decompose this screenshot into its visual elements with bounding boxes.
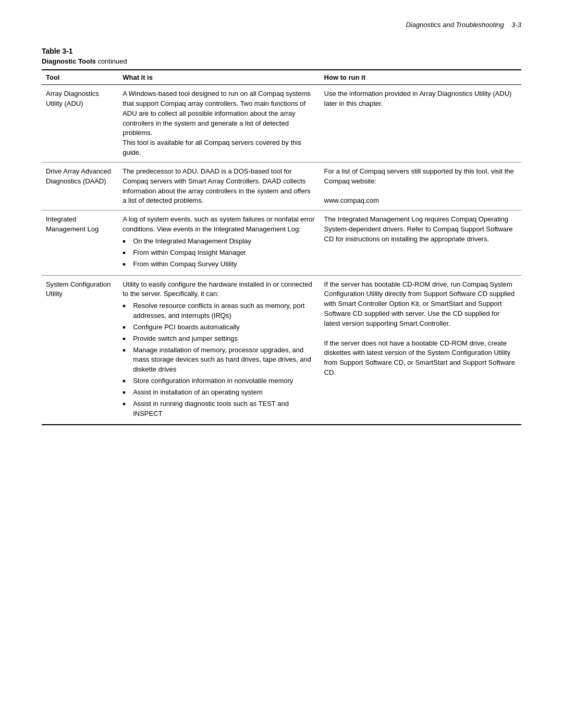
- table-header-row: Tool What it is How to run it: [42, 70, 521, 85]
- header-text: Diagnostics and Troubleshooting: [406, 21, 504, 29]
- table-row: System Configuration UtilityUtility to e…: [42, 275, 521, 425]
- cell-how: For a list of Compaq servers still suppo…: [320, 162, 521, 210]
- what-para: A Windows-based tool designed to run on …: [123, 90, 311, 137]
- cell-how: The Integrated Management Log requires C…: [320, 211, 521, 275]
- cell-what: Utility to easily configure the hardware…: [118, 275, 320, 425]
- cell-what: A Windows-based tool designed to run on …: [118, 85, 320, 163]
- col-header-tool: Tool: [42, 70, 118, 85]
- how-para: Use the information provided in Array Di…: [324, 90, 512, 107]
- table-row: Drive Array Advanced Diagnostics (DAAD)T…: [42, 162, 521, 210]
- bullet-item: Provide switch and jumper settings: [123, 334, 315, 344]
- what-para: The predecessor to ADU, DAAD is a DOS-ba…: [123, 167, 310, 205]
- bullet-item: Assist in installation of an operating s…: [123, 388, 315, 398]
- table-row: Integrated Management LogA log of system…: [42, 211, 521, 275]
- what-para: Utility to easily configure the hardware…: [123, 280, 312, 298]
- how-para: If the server has bootable CD-ROM drive,…: [324, 280, 515, 327]
- how-para: www.compaq.com: [324, 196, 379, 204]
- tool-name: Integrated Management Log: [46, 215, 99, 233]
- bullet-item: From within Compaq Survey Utility: [123, 260, 315, 269]
- tool-name: System Configuration Utility: [46, 280, 111, 298]
- table-title-block: Table 3-1 Diagnostic Tools continued: [42, 47, 521, 65]
- cell-what: A log of system events, such as system f…: [118, 211, 320, 275]
- page-header: Diagnostics and Troubleshooting 3-3: [42, 21, 521, 31]
- how-para: If the server does not have a bootable C…: [324, 339, 515, 377]
- bullet-item: On the Integrated Management Display: [123, 237, 315, 246]
- cell-what: The predecessor to ADU, DAAD is a DOS-ba…: [118, 162, 320, 210]
- col-header-what: What it is: [118, 70, 320, 85]
- table-number: Table 3-1: [42, 47, 73, 55]
- bullet-item: Manage installation of memory, processor…: [123, 346, 315, 375]
- cell-tool: Integrated Management Log: [42, 211, 118, 275]
- bullet-item: Assist in running diagnostic tools such …: [123, 399, 315, 419]
- table-row: Array Diagnostics Utility (ADU)A Windows…: [42, 85, 521, 163]
- cell-how: Use the information provided in Array Di…: [320, 85, 521, 163]
- what-para: A log of system events, such as system f…: [123, 215, 315, 233]
- cell-tool: Array Diagnostics Utility (ADU): [42, 85, 118, 163]
- table-number-line: Table 3-1: [42, 47, 521, 55]
- what-para: This tool is available for all Compaq se…: [123, 139, 301, 156]
- col-header-how: How to run it: [320, 70, 521, 85]
- bullet-item: Configure PCI boards automatically: [123, 323, 315, 332]
- tool-name: Drive Array Advanced Diagnostics (DAAD): [46, 167, 111, 185]
- what-bullet-list: On the Integrated Management DisplayFrom…: [123, 237, 315, 269]
- cell-how: If the server has bootable CD-ROM drive,…: [320, 275, 521, 425]
- bullet-item: From within Compaq Insight Manager: [123, 248, 315, 258]
- table-title-text: Diagnostic Tools: [42, 57, 96, 65]
- header-page: 3-3: [511, 21, 521, 29]
- cell-tool: Drive Array Advanced Diagnostics (DAAD): [42, 162, 118, 210]
- cell-tool: System Configuration Utility: [42, 275, 118, 425]
- bullet-item: Store configuration information in nonvo…: [123, 376, 315, 386]
- table-continued: continued: [97, 57, 127, 65]
- how-para: The Integrated Management Log requires C…: [324, 215, 513, 243]
- tool-name: Array Diagnostics Utility (ADU): [46, 90, 99, 107]
- bullet-item: Resolve resource conflicts in areas such…: [123, 301, 315, 321]
- table-subtitle-line: Diagnostic Tools continued: [42, 57, 521, 65]
- how-para: For a list of Compaq servers still suppo…: [324, 167, 514, 185]
- what-bullet-list: Resolve resource conflicts in areas such…: [123, 301, 315, 418]
- diagnostic-tools-table: Tool What it is How to run it Array Diag…: [42, 69, 521, 425]
